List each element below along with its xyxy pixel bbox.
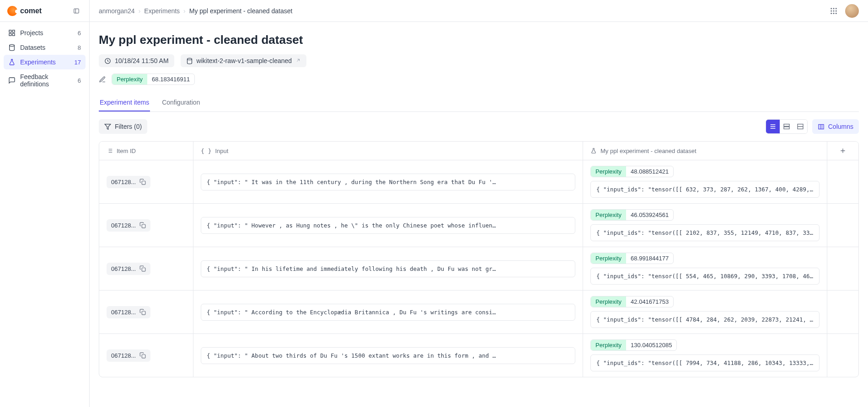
tab-experiment-items[interactable]: Experiment items — [99, 94, 150, 111]
row-metric-badge: Perplexity 42.041671753 — [590, 296, 674, 307]
database-icon — [186, 58, 193, 64]
svg-rect-25 — [819, 124, 824, 129]
svg-rect-22 — [784, 127, 789, 129]
clock-icon — [104, 58, 111, 64]
column-header-experiment[interactable]: My ppl experiment - cleaned dataset — [583, 142, 827, 160]
svg-rect-37 — [142, 224, 145, 228]
view-list-button[interactable] — [766, 120, 780, 133]
breadcrumb-section[interactable]: Experiments — [144, 7, 180, 15]
table-row[interactable]: 067128... { "input": " About two thirds … — [99, 334, 858, 377]
svg-point-17 — [187, 58, 192, 60]
external-link-icon — [295, 57, 301, 64]
svg-point-6 — [10, 44, 15, 46]
table-row[interactable]: 067128... { "input": " It was in the 11t… — [99, 160, 858, 204]
metric-label: Perplexity — [112, 74, 147, 85]
copy-icon[interactable] — [139, 309, 146, 315]
columns-icon — [818, 123, 825, 130]
sidebar-item-feedback[interactable]: Feedback definitions 6 — [4, 69, 86, 91]
dataset-chip[interactable]: wikitext-2-raw-v1-sample-cleaned — [181, 54, 307, 67]
svg-point-14 — [833, 12, 835, 14]
svg-point-13 — [830, 12, 832, 14]
metric-label: Perplexity — [591, 253, 626, 264]
column-header-item-id[interactable]: Item ID — [99, 142, 193, 160]
filters-button[interactable]: Filters (0) — [99, 119, 147, 134]
row-metric-badge: Perplexity 46.053924561 — [590, 209, 674, 221]
svg-point-8 — [833, 8, 835, 9]
metric-label: Perplexity — [591, 166, 626, 177]
chevron-right-icon: › — [183, 7, 186, 15]
input-json[interactable]: { "input": " It was in the 11th century … — [201, 174, 575, 190]
timestamp-chip: 10/18/24 11:50 AM — [99, 54, 174, 67]
metric-value: 48.088512421 — [626, 166, 673, 177]
view-mode-group — [766, 119, 808, 134]
row-metric-badge: Perplexity 48.088512421 — [590, 166, 674, 177]
chevron-right-icon: › — [139, 7, 141, 15]
metric-badge: Perplexity 68.183416911 — [112, 74, 195, 85]
item-id-pill: 067128... — [107, 176, 150, 188]
sidebar-item-count: 8 — [78, 44, 81, 51]
collapse-sidebar-button[interactable] — [71, 5, 82, 16]
view-compact-button[interactable] — [793, 120, 807, 133]
svg-point-9 — [836, 8, 837, 9]
sidebar-item-datasets[interactable]: Datasets 8 — [4, 40, 86, 55]
database-icon — [8, 44, 16, 51]
view-rows-button[interactable] — [780, 120, 793, 133]
sidebar-item-label: Projects — [20, 29, 43, 37]
item-id-pill: 067128... — [107, 219, 150, 232]
copy-icon[interactable] — [139, 179, 146, 185]
item-id-pill: 067128... — [107, 306, 150, 318]
edit-icon[interactable] — [99, 76, 106, 83]
svg-rect-21 — [784, 124, 789, 127]
list-icon — [107, 148, 113, 154]
tab-configuration[interactable]: Configuration — [161, 94, 201, 111]
sidebar-item-projects[interactable]: Projects 6 — [4, 26, 86, 40]
input-json[interactable]: { "input": " According to the Encyclopæd… — [201, 304, 575, 321]
svg-rect-36 — [142, 181, 145, 185]
output-json[interactable]: { "input_ids": "tensor([[ 2102, 837, 355… — [590, 224, 820, 241]
breadcrumb-current: My ppl experiment - cleaned dataset — [189, 7, 293, 15]
table-row[interactable]: 067128... { "input": " In his lifetime a… — [99, 247, 858, 291]
columns-button[interactable]: Columns — [812, 119, 859, 134]
chat-icon — [8, 77, 16, 84]
svg-rect-2 — [9, 30, 11, 32]
metric-value: 46.053924561 — [626, 210, 673, 220]
item-id-pill: 067128... — [107, 263, 150, 275]
copy-icon[interactable] — [139, 265, 146, 272]
output-json[interactable]: { "input_ids": "tensor([[ 4784, 284, 262… — [590, 311, 820, 328]
svg-rect-3 — [12, 30, 15, 32]
row-metric-badge: Perplexity 130.040512085 — [590, 339, 677, 351]
output-json[interactable]: { "input_ids": "tensor([[ 554, 465, 1086… — [590, 268, 820, 285]
item-id-pill: 067128... — [107, 349, 150, 362]
svg-rect-40 — [142, 354, 145, 358]
svg-rect-38 — [142, 268, 145, 271]
grid-icon — [8, 29, 16, 37]
input-json[interactable]: { "input": " About two thirds of Du Fu '… — [201, 347, 575, 364]
metric-value: 68.183416911 — [147, 74, 194, 85]
sidebar-item-experiments[interactable]: Experiments 17 — [4, 55, 86, 69]
input-json[interactable]: { "input": " In his lifetime and immedia… — [201, 260, 575, 277]
filter-icon — [104, 123, 111, 130]
output-json[interactable]: { "input_ids": "tensor([[ 7994, 734, 411… — [590, 354, 820, 371]
output-json[interactable]: { "input_ids": "tensor([[ 632, 373, 287,… — [590, 181, 820, 198]
column-header-input[interactable]: { } Input — [193, 142, 583, 160]
svg-rect-4 — [9, 33, 11, 36]
table-row[interactable]: 067128... { "input": " However , as Hung… — [99, 204, 858, 247]
svg-point-15 — [836, 12, 837, 14]
breadcrumb: anmorgan24 › Experiments › My ppl experi… — [99, 7, 292, 15]
item-id: 067128... — [111, 222, 136, 229]
brand-logo[interactable]: comet — [7, 6, 42, 16]
avatar[interactable] — [845, 4, 859, 18]
sidebar-item-count: 17 — [75, 59, 81, 66]
input-json[interactable]: { "input": " However , as Hung notes , h… — [201, 217, 575, 234]
add-column-button[interactable] — [827, 142, 858, 160]
sidebar-item-count: 6 — [78, 30, 81, 37]
experiment-table: Item ID { } Input My ppl experiment - cl… — [99, 141, 859, 377]
svg-point-12 — [836, 10, 837, 11]
table-row[interactable]: 067128... { "input": " According to the … — [99, 291, 858, 334]
copy-icon[interactable] — [139, 352, 146, 359]
plus-icon — [839, 147, 847, 154]
apps-grid-icon[interactable] — [830, 7, 838, 15]
breadcrumb-workspace[interactable]: anmorgan24 — [99, 7, 135, 15]
copy-icon[interactable] — [139, 222, 146, 228]
metric-label: Perplexity — [591, 340, 626, 350]
